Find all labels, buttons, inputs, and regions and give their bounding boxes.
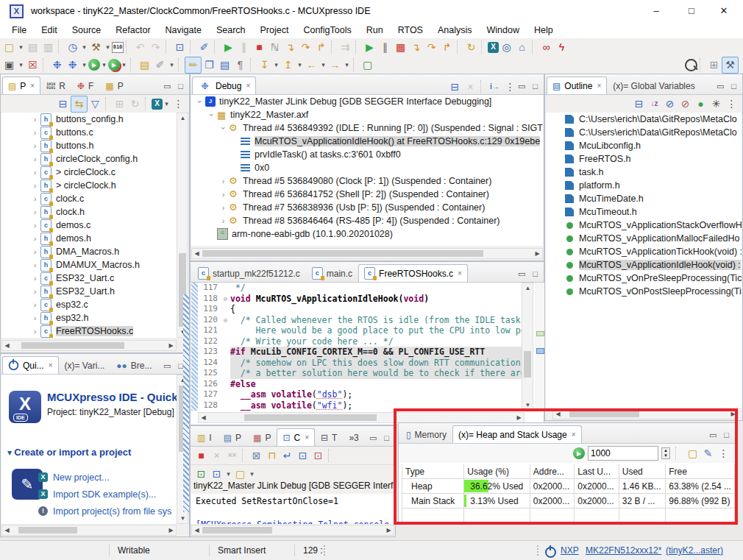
save-icon[interactable]: ▤ [25,40,40,55]
word-wrap-icon[interactable]: ↵ [280,448,295,464]
maximize-view-icon[interactable]: □ [731,82,736,91]
profiling-dropdown[interactable]: ▾ [80,40,88,55]
column-header-addre-[interactable]: Addre... [530,464,574,479]
hide-macros-icon[interactable]: ✳ [708,96,724,112]
expand-icon[interactable]: › [196,96,205,107]
instruction-stepping-icon[interactable]: ℕ [267,40,282,55]
tab-qui-[interactable]: Qui...× [2,356,59,374]
fold-icon[interactable]: ⊖ [221,294,230,305]
editor-hscrollbar[interactable]: ◀▶ [198,412,525,423]
suspend-icon[interactable]: ∥ [236,40,252,55]
tab-freertoshooks-c[interactable]: cFreeRTOSHooks.c× [358,264,468,282]
refresh-play-icon[interactable]: ▶ [573,447,585,459]
run-icon[interactable]: ▶ [88,59,100,71]
link-with-editor-icon[interactable]: ⇆ [71,96,88,113]
tab-outline[interactable]: ▤Outline× [547,77,607,94]
pin-console-icon[interactable]: ⊡ [193,467,209,482]
outline-item[interactable]: McuTimeDate.h [546,192,742,205]
code-line-120[interactable]: 120⊖ /* Called whenever the RTOS is idle… [191,315,522,326]
collapse-all-icon[interactable]: ⊟ [55,96,71,112]
column-header-used[interactable]: Used [619,464,665,479]
close-tab-icon[interactable]: × [458,269,462,277]
open-perspective-icon[interactable]: ⊞ [706,57,722,73]
tab-main-c[interactable]: cmain.c [306,264,358,282]
minimize-view-icon[interactable]: ▭ [163,82,171,91]
scroll-lock-icon[interactable]: ⊓ [264,448,280,464]
debug-bug-alt-icon[interactable]: ❉ [65,57,80,73]
probe-chip-icon[interactable]: ▣ [1,57,17,73]
expand-icon[interactable]: › [218,177,229,185]
remove-terminated-icon[interactable]: × [463,79,478,94]
view-menu-icon[interactable]: ⋮ [171,96,186,112]
maximize-view-icon[interactable]: □ [724,430,729,440]
code-line-119[interactable]: 119{ [191,304,522,315]
show-whitespace-icon[interactable]: ¶ [232,57,248,73]
code-line-126[interactable]: 126#else [191,379,522,390]
back-dropdown[interactable]: ▾ [319,57,327,73]
clear-console-icon[interactable]: ⊠ [249,448,264,464]
hide-static-icon[interactable]: ⊘ [678,96,693,112]
debug-dropdown[interactable]: ▾ [80,57,88,73]
expand-icon[interactable]: › [218,216,229,225]
column-header-free[interactable]: Free [666,464,735,479]
menu-edit[interactable]: Edit [34,25,65,35]
open-console-icon[interactable]: ▢ [232,467,248,482]
explorer-item-esp32-c[interactable]: ›cesp32.c [1,298,177,311]
step-into-icon[interactable]: ↴ [282,40,298,55]
view-menu-icon[interactable]: ⋮ [502,79,518,94]
outline-hscrollbar[interactable]: ◀▶ [552,408,739,419]
boot-tool-icon[interactable]: ϟ [554,40,569,55]
debug-row[interactable]: 0x0 [191,161,543,174]
explorer-item-buttons-h[interactable]: ›hbuttons.h [1,139,177,152]
terminate-relaunch-icon[interactable]: ▩ [393,40,408,55]
power-icon[interactable] [545,547,556,558]
refresh-icon[interactable]: ↻ [127,96,143,112]
code-line-125[interactable]: 125 /* a better solution here would be t… [191,368,522,379]
quickstart-hscrollbar[interactable]: ◀▶ [1,525,177,536]
new-editor-window-icon[interactable]: ▢ [360,57,375,73]
binary-file-icon[interactable]: 010 [112,42,124,53]
debug-row[interactable]: McuRTOS_vApplicationIdleHook() at FreeRT… [191,135,543,148]
tab-p[interactable]: ▤P [218,428,247,446]
outline-item[interactable]: McuRTOS_vApplicationIdleHook(void) : [546,258,742,272]
expand-icon[interactable]: › [29,247,40,256]
outline-item[interactable]: FreeRTOS.h [546,152,742,166]
expand-icon[interactable]: › [29,155,40,163]
menu-window[interactable]: Window [480,25,527,35]
run-dropdown[interactable]: ▾ [100,57,108,73]
tab--x-global-variables[interactable]: (x)= Global Variables [607,77,701,94]
back-history-icon[interactable]: ← [304,57,319,73]
minimize-view-icon[interactable]: ▭ [717,82,724,91]
expand-icon[interactable]: › [29,141,40,150]
menu-configtools[interactable]: ConfigTools [296,25,358,35]
outline-item[interactable]: C:\Users\erich\Data\GitRepos\MetaClo [546,113,742,126]
debug-row[interactable]: ›⚙Thread #4 536849392 (IDLE : Running [P… [191,121,543,135]
show-stdout-icon[interactable]: ⊡ [295,448,310,464]
step-into-alt-icon[interactable]: ↴ [408,40,424,55]
minimize-button[interactable]: – [640,0,672,22]
explorer-item-demos-h[interactable]: ›hdemos.h [1,232,177,245]
tab--x-heap-and-stack-usage[interactable]: (x)= Heap and Stack Usage× [452,425,582,443]
menu-file[interactable]: File [4,25,34,35]
explorer-item-dmamux-macros-h[interactable]: ›hDMAMUX_Macros.h [1,258,177,272]
close-button[interactable]: ✕ [708,0,740,22]
expand-icon[interactable]: › [29,287,40,296]
menu-run[interactable]: Run [359,25,391,35]
panel-sash[interactable] [183,294,189,512]
config-tools-icon[interactable]: X [152,99,163,110]
minimize-view-icon[interactable]: ▭ [518,269,525,279]
menu-help[interactable]: Help [527,25,561,35]
debug-bug-icon[interactable]: ❉ [49,57,65,73]
outline-item[interactable]: McuRTOS_vOnPreSleepProcessing(TickT [546,272,742,285]
clear-probe-icon[interactable]: ☒ [25,57,40,73]
new-wizard-icon[interactable]: ▢ [1,40,17,55]
forward-dropdown[interactable]: ▾ [343,57,351,73]
maximize-view-icon[interactable]: □ [384,433,389,443]
explorer-item-esp32-uart-c[interactable]: ›cESP32_Uart.c [1,272,177,285]
expand-icon[interactable]: › [29,181,40,190]
code-line-122[interactable]: 122 /* Write your code here ... */ [191,336,522,347]
reset-target-icon[interactable]: ↻ [463,40,479,55]
menu-refactor[interactable]: Refactor [108,25,157,35]
search-icon[interactable] [685,59,697,71]
outline-item[interactable]: McuRTOS_vApplicationStackOverflowH [546,219,742,232]
